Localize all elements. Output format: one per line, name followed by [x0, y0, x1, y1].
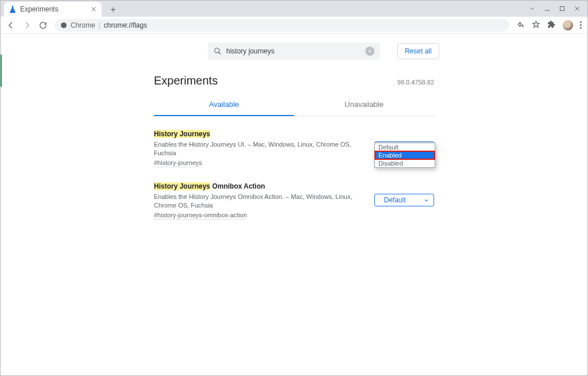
reset-all-button[interactable]: Reset all — [397, 43, 439, 59]
svg-point-2 — [215, 48, 219, 53]
flag-option-enabled[interactable]: Enabled — [375, 151, 435, 159]
flag-title: History Journeys Omnibox Action — [154, 182, 363, 190]
svg-rect-0 — [560, 7, 564, 11]
browser-titlebar: Experiments + — [1, 1, 587, 17]
close-tab-icon[interactable] — [90, 6, 97, 13]
window-controls — [522, 1, 587, 17]
maximize-icon[interactable] — [559, 5, 566, 12]
browser-tab[interactable]: Experiments — [4, 2, 102, 17]
chevron-down-icon[interactable] — [529, 5, 536, 12]
extensions-icon[interactable] — [547, 20, 556, 30]
omnibox-origin: Chrome — [71, 21, 95, 29]
flag-select[interactable]: Default — [374, 194, 434, 206]
svg-point-1 — [61, 22, 67, 28]
tabstrip: Experiments + — [1, 1, 120, 17]
clear-search-button[interactable] — [365, 47, 374, 56]
bookmark-icon[interactable] — [532, 20, 540, 30]
flask-icon — [9, 5, 17, 13]
reload-button[interactable] — [38, 21, 48, 30]
tab-available[interactable]: Available — [154, 93, 294, 116]
browser-toolbar: Chrome | chrome://flags — [1, 17, 587, 34]
close-window-icon[interactable] — [574, 5, 581, 12]
flag-item: History Journeys Omnibox Action Enables … — [154, 182, 434, 218]
omnibox[interactable]: Chrome | chrome://flags — [55, 19, 509, 32]
tab-unavailable[interactable]: Unavailable — [294, 93, 434, 116]
flag-option-disabled[interactable]: Disabled — [375, 159, 435, 167]
share-icon[interactable] — [516, 20, 525, 30]
flag-title: History Journeys — [154, 130, 363, 138]
site-info-icon — [60, 22, 67, 29]
flag-hash-link[interactable]: #history-journeys-omnibox-action — [154, 212, 363, 218]
chrome-menu-button[interactable] — [580, 21, 582, 29]
page-title: Experiments — [154, 74, 218, 87]
flag-item: History Journeys Enables the History Jou… — [154, 130, 434, 166]
back-button[interactable] — [6, 21, 16, 30]
flags-search-box[interactable]: history journeys — [208, 43, 380, 60]
page-content: history journeys Reset all Experiments 9… — [1, 34, 587, 375]
flag-description: Enables the History Journeys UI. – Mac, … — [154, 140, 363, 158]
flag-option-default[interactable]: Default — [375, 143, 435, 151]
omnibox-path: chrome://flags — [104, 21, 147, 29]
new-tab-button[interactable]: + — [106, 3, 120, 17]
minimize-icon[interactable] — [544, 5, 551, 12]
forward-button[interactable] — [22, 21, 32, 30]
flags-tabs: Available Unavailable — [154, 93, 434, 116]
browser-tab-title: Experiments — [20, 5, 87, 13]
flags-search-value: history journeys — [226, 47, 361, 55]
search-icon — [214, 47, 222, 55]
version-label: 98.0.4758.82 — [397, 79, 434, 86]
flag-select-dropdown: Default Enabled Disabled — [374, 143, 435, 168]
flag-hash-link[interactable]: #history-journeys — [154, 159, 363, 166]
flag-description: Enables the History Journeys Omnibox Act… — [154, 193, 363, 210]
profile-avatar[interactable] — [563, 20, 573, 30]
chevron-down-icon — [424, 198, 429, 203]
